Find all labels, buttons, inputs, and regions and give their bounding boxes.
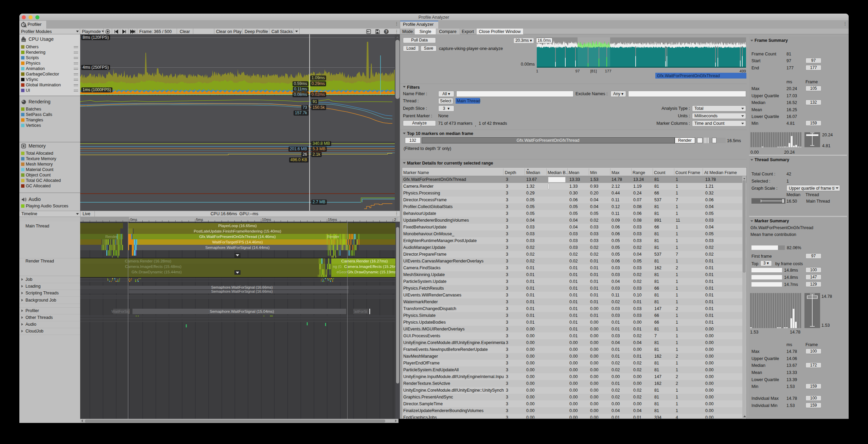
svg-text:eGeor: eGeor <box>337 270 347 274</box>
svg-text:Semaphore.WaitForSignal (16.66: Semaphore.WaitForSignal (16.66ms) <box>211 289 272 293</box>
svg-text:Semaphore.WaitForSignal (14.44: Semaphore.WaitForSignal (14.44ms) <box>205 245 270 250</box>
svg-text:Gfx.DrawDynamic (15.44ms): Gfx.DrawDynamic (15.44ms) <box>131 270 182 274</box>
svg-text:WaitForSig: WaitForSig <box>111 309 130 313</box>
svg-text:Semaphore.WaitForSignal (15.04: Semaphore.WaitForSignal (15.04ms) <box>210 309 274 313</box>
svg-text:Camera.Render (16.27ms): Camera.Render (16.27ms) <box>341 259 388 263</box>
svg-text:ng (0.: ng (0. <box>333 264 342 269</box>
svg-text:PlayerLoop (16.65ms): PlayerLoop (16.65ms) <box>218 224 256 228</box>
svg-text:Camera.ImageEffects (15.48ms): Camera.ImageEffects (15.48ms) <box>125 264 181 269</box>
svg-text:'aitForSi: 'aitForSi <box>354 309 367 313</box>
svg-text:CPU: CPU <box>22 40 26 42</box>
svg-text:Camera.Render (16.28ms): Camera.Render (16.28ms) <box>125 259 172 263</box>
svg-text:Render: Render <box>105 235 118 239</box>
svg-text:Gfx.WaitForPresentOnGfxThread: Gfx.WaitForPresentOnGfxThread (14.46ms) <box>199 235 276 239</box>
svg-text:Gfx.DrawDynamic (15.19ms): Gfx.DrawDynamic (15.19ms) <box>347 270 397 274</box>
svg-text:WaitForTargetFPS (14.46ms): WaitForTargetFPS (14.46ms) <box>212 240 263 244</box>
svg-text:Camera.ImageEffects (15.26ms: Camera.ImageEffects (15.26ms <box>344 264 398 269</box>
svg-text:Render: Render <box>327 235 339 239</box>
svg-text:Semaphore.WaitForSignal (16.66: Semaphore.WaitForSignal (16.66ms) <box>211 285 272 289</box>
svg-text:PostLateUpdate.FinishFrameRend: PostLateUpdate.FinishFrameRendering (15.… <box>194 229 281 233</box>
svg-text:?: ? <box>385 30 387 34</box>
